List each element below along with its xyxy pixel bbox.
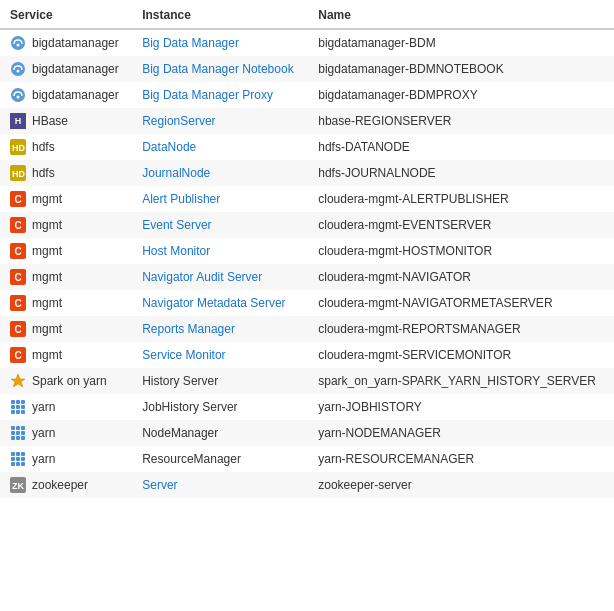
table-row: bigdatamanagerBig Data Manager Notebookb… xyxy=(0,56,614,82)
mgmt-icon: C xyxy=(10,321,26,337)
svg-rect-28 xyxy=(21,436,25,440)
service-cell: HD hdfs xyxy=(0,134,132,160)
instance-link[interactable]: Host Monitor xyxy=(142,244,210,258)
svg-rect-25 xyxy=(21,431,25,435)
instance-link[interactable]: DataNode xyxy=(142,140,196,154)
name-label: cloudera-mgmt-ALERTPUBLISHER xyxy=(318,192,509,206)
service-label: mgmt xyxy=(32,322,62,336)
service-cell: yarn xyxy=(0,420,132,446)
service-cell: Cmgmt xyxy=(0,316,132,342)
svg-rect-22 xyxy=(21,426,25,430)
instance-cell[interactable]: Navigator Audit Server xyxy=(132,264,308,290)
instance-cell[interactable]: Navigator Metadata Server xyxy=(132,290,308,316)
mgmt-icon: C xyxy=(10,269,26,285)
svg-rect-36 xyxy=(16,462,20,466)
instance-cell[interactable]: Reports Manager xyxy=(132,316,308,342)
instance-link[interactable]: Navigator Audit Server xyxy=(142,270,262,284)
svg-rect-30 xyxy=(16,452,20,456)
name-cell: cloudera-mgmt-ALERTPUBLISHER xyxy=(308,186,614,212)
mgmt-icon: C xyxy=(10,191,26,207)
svg-rect-19 xyxy=(21,410,25,414)
yarn-icon xyxy=(10,399,26,415)
instance-cell[interactable]: Alert Publisher xyxy=(132,186,308,212)
instance-cell: ResourceManager xyxy=(132,446,308,472)
instance-cell: JobHistory Server xyxy=(132,394,308,420)
instance-cell[interactable]: Big Data Manager Proxy xyxy=(132,82,308,108)
instance-cell[interactable]: Server xyxy=(132,472,308,498)
service-label: mgmt xyxy=(32,218,62,232)
instance-cell[interactable]: Host Monitor xyxy=(132,238,308,264)
svg-point-4 xyxy=(11,88,25,102)
service-cell: HD hdfs xyxy=(0,160,132,186)
svg-rect-17 xyxy=(11,410,15,414)
instance-link[interactable]: RegionServer xyxy=(142,114,215,128)
service-label: yarn xyxy=(32,400,55,414)
svg-rect-33 xyxy=(16,457,20,461)
svg-rect-14 xyxy=(11,405,15,409)
instance-link[interactable]: Reports Manager xyxy=(142,322,235,336)
instance-link[interactable]: Server xyxy=(142,478,177,492)
name-cell: yarn-JOBHISTORY xyxy=(308,394,614,420)
svg-rect-15 xyxy=(16,405,20,409)
service-cell: yarn xyxy=(0,394,132,420)
service-label: bigdatamanager xyxy=(32,88,119,102)
svg-rect-26 xyxy=(11,436,15,440)
instance-cell[interactable]: JournalNode xyxy=(132,160,308,186)
instance-cell[interactable]: RegionServer xyxy=(132,108,308,134)
svg-rect-24 xyxy=(16,431,20,435)
svg-text:HD: HD xyxy=(12,169,25,179)
service-cell: bigdatamanager xyxy=(0,82,132,108)
instance-link[interactable]: Event Server xyxy=(142,218,211,232)
name-cell: cloudera-mgmt-NAVIGATORMETASERVER xyxy=(308,290,614,316)
main-table-container: Service Instance Name bigdatamanagerBig … xyxy=(0,0,614,611)
name-label: bigdatamanager-BDMPROXY xyxy=(318,88,477,102)
col-name: Name xyxy=(308,0,614,29)
service-cell: bigdatamanager xyxy=(0,56,132,82)
col-instance: Instance xyxy=(132,0,308,29)
instance-label: NodeManager xyxy=(142,426,218,440)
instance-link[interactable]: Alert Publisher xyxy=(142,192,220,206)
instance-cell[interactable]: DataNode xyxy=(132,134,308,160)
name-label: yarn-JOBHISTORY xyxy=(318,400,422,414)
instance-cell[interactable]: Big Data Manager Notebook xyxy=(132,56,308,82)
svg-rect-18 xyxy=(16,410,20,414)
table-row: CmgmtNavigator Metadata Servercloudera-m… xyxy=(0,290,614,316)
table-header-row: Service Instance Name xyxy=(0,0,614,29)
svg-rect-20 xyxy=(11,426,15,430)
name-cell: cloudera-mgmt-NAVIGATOR xyxy=(308,264,614,290)
svg-point-5 xyxy=(17,96,20,99)
instance-cell[interactable]: Big Data Manager xyxy=(132,29,308,56)
svg-point-3 xyxy=(17,70,20,73)
name-label: yarn-NODEMANAGER xyxy=(318,426,441,440)
service-label: mgmt xyxy=(32,296,62,310)
instance-link[interactable]: Big Data Manager Notebook xyxy=(142,62,293,76)
table-row: yarnJobHistory Serveryarn-JOBHISTORY xyxy=(0,394,614,420)
yarn-icon xyxy=(10,451,26,467)
instance-link[interactable]: Navigator Metadata Server xyxy=(142,296,285,310)
svg-point-1 xyxy=(17,44,20,47)
table-row: CmgmtService Monitorcloudera-mgmt-SERVIC… xyxy=(0,342,614,368)
instance-label: JobHistory Server xyxy=(142,400,237,414)
instance-cell[interactable]: Service Monitor xyxy=(132,342,308,368)
hbase-icon: H xyxy=(10,113,26,129)
bdm-icon xyxy=(10,61,26,77)
svg-rect-23 xyxy=(11,431,15,435)
instance-cell[interactable]: Event Server xyxy=(132,212,308,238)
spark-icon xyxy=(10,373,26,389)
instance-link[interactable]: Big Data Manager xyxy=(142,36,239,50)
bdm-icon xyxy=(10,35,26,51)
roles-table: Service Instance Name bigdatamanagerBig … xyxy=(0,0,614,498)
name-cell: cloudera-mgmt-REPORTSMANAGER xyxy=(308,316,614,342)
instance-link[interactable]: JournalNode xyxy=(142,166,210,180)
instance-link[interactable]: Service Monitor xyxy=(142,348,225,362)
name-label: spark_on_yarn-SPARK_YARN_HISTORY_SERVER xyxy=(318,374,596,388)
instance-link[interactable]: Big Data Manager Proxy xyxy=(142,88,273,102)
table-row: yarnResourceManageryarn-RESOURCEMANAGER xyxy=(0,446,614,472)
svg-rect-37 xyxy=(21,462,25,466)
table-row: HD hdfsDataNodehdfs-DATANODE xyxy=(0,134,614,160)
service-label: bigdatamanager xyxy=(32,62,119,76)
name-label: zookeeper-server xyxy=(318,478,411,492)
service-label: Spark on yarn xyxy=(32,374,107,388)
service-label: bigdatamanager xyxy=(32,36,119,50)
table-row: HHBaseRegionServerhbase-REGIONSERVER xyxy=(0,108,614,134)
